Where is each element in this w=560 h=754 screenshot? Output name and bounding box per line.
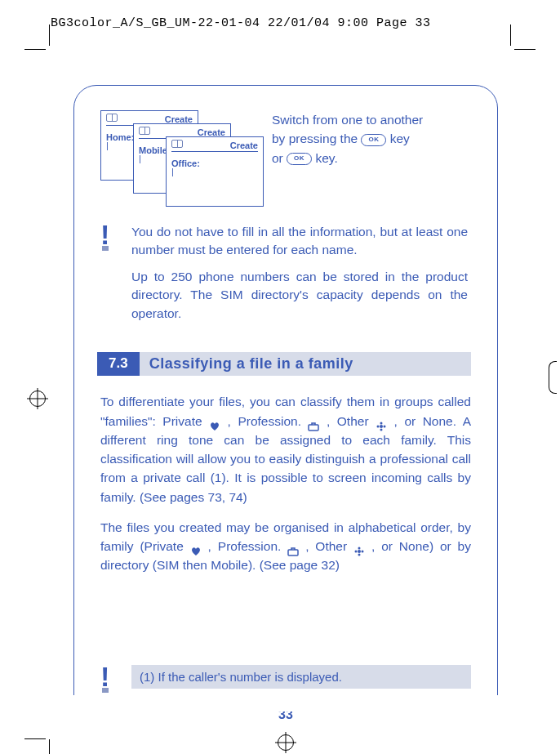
svg-point-1 (380, 425, 383, 428)
svg-point-5 (384, 425, 386, 427)
switch-l1: Switch from one to another (272, 113, 423, 127)
svg-rect-0 (309, 425, 318, 431)
office-label: Office: (171, 158, 258, 168)
book-icon (171, 140, 183, 148)
section-title: Classifying a file in a family (140, 352, 471, 376)
body-p1: To differentiate your files, you can cla… (100, 392, 471, 506)
flower-icon (376, 417, 387, 427)
note-text: You do not have to fill in all the infor… (131, 223, 468, 323)
briefcase-icon (287, 542, 299, 552)
t: , Profession. (208, 539, 288, 553)
cards-stack: Create Home: | Create Mobile: | Create O… (100, 110, 256, 208)
t: , Profession. (228, 414, 309, 428)
svg-rect-6 (288, 550, 298, 555)
cursor: | (171, 168, 258, 175)
svg-point-3 (380, 428, 383, 431)
heart-icon (190, 542, 202, 552)
footnote-block: ! (1) If the caller's number is displaye… (100, 665, 471, 689)
switch-l2a: by pressing the (272, 132, 361, 145)
section-num: 7.3 (97, 352, 140, 376)
svg-point-7 (358, 550, 361, 553)
note-p2: Up to 250 phone numbers can be stored in… (131, 268, 468, 323)
print-header: BG3color_A/S_GB_UM-22-01-04 22/01/04 9:0… (51, 16, 431, 30)
section-head: 7.3 Classifying a file in a family (97, 352, 471, 376)
switch-text: Switch from one to another by pressing t… (272, 110, 423, 208)
svg-point-11 (362, 551, 364, 553)
create-label: Create (171, 141, 258, 152)
heart-icon (209, 417, 220, 427)
switch-l3b: key. (315, 151, 337, 165)
ok-key-icon: OK (287, 153, 312, 165)
t: , Other (305, 539, 353, 553)
ok-text: OK (368, 135, 379, 145)
note-block: ! You do not have to fill in all the inf… (100, 223, 471, 323)
card-office: Create Office: | (166, 136, 264, 207)
ok-key-icon: OK (361, 134, 386, 146)
exclaim-icon: ! (100, 668, 115, 693)
switch-l2b: key (390, 132, 410, 145)
book-icon (139, 127, 150, 135)
svg-point-2 (380, 422, 383, 424)
briefcase-icon (308, 417, 319, 427)
svg-point-4 (377, 425, 380, 427)
body-p2: The files you created may be organised i… (100, 518, 471, 575)
svg-point-9 (358, 554, 361, 556)
flower-icon (353, 542, 365, 552)
exclaim-icon: ! (100, 226, 115, 326)
side-bracket (549, 361, 557, 394)
svg-point-10 (355, 551, 358, 553)
book-icon (106, 114, 118, 122)
top-row: Create Home: | Create Mobile: | Create O… (100, 110, 471, 208)
page-frame: Create Home: | Create Mobile: | Create O… (73, 85, 498, 711)
footnote-text: (1) If the caller's number is displayed. (131, 665, 471, 689)
ok-text: OK (294, 154, 304, 163)
switch-l3a: or (272, 151, 287, 165)
svg-point-8 (358, 547, 361, 550)
page-number: 33 (100, 707, 471, 722)
note-p1: You do not have to fill in all the infor… (131, 223, 468, 260)
t: , Other (327, 414, 376, 428)
